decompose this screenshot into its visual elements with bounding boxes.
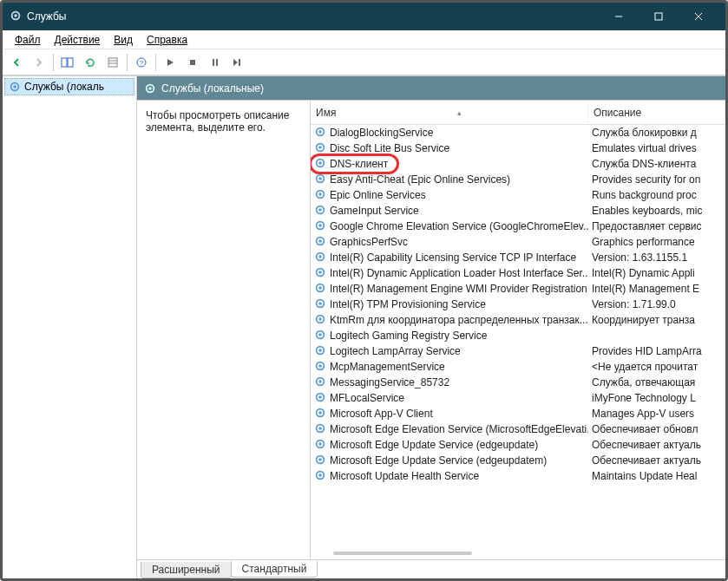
service-name: DNS-клиент [330, 158, 388, 170]
gear-icon [314, 157, 326, 172]
close-button[interactable] [679, 3, 718, 30]
restart-service-button[interactable] [227, 52, 248, 73]
svg-point-34 [318, 224, 322, 227]
service-row[interactable]: Intel(R) Dynamic Application Loader Host… [311, 265, 725, 281]
svg-point-18 [13, 85, 16, 88]
service-name: GameInput Service [330, 205, 419, 217]
column-name[interactable]: Имя ▴ [311, 103, 588, 122]
service-row[interactable]: KtmRm для координатора распределенных тр… [311, 312, 725, 328]
export-list-button[interactable] [102, 52, 123, 73]
service-row[interactable]: DialogBlockingServiceСлужба блокировки д [311, 125, 725, 140]
service-description: Intel(R) Dynamic Appli [588, 267, 725, 279]
svg-point-40 [318, 271, 322, 274]
service-name: Intel(R) TPM Provisioning Service [330, 298, 486, 310]
help-button[interactable]: ? [131, 52, 152, 73]
refresh-button[interactable] [80, 52, 101, 73]
svg-rect-14 [213, 59, 214, 66]
menu-view[interactable]: Вид [107, 32, 140, 48]
svg-rect-15 [216, 59, 218, 66]
horizontal-scrollbar[interactable] [316, 549, 715, 558]
service-description: Предоставляет сервис [588, 220, 725, 232]
service-description: Intel(R) Management E [588, 283, 725, 295]
tab-standard[interactable]: Стандартный [231, 561, 318, 578]
svg-point-50 [318, 349, 322, 352]
service-description: Служба, отвечающая [588, 376, 725, 388]
service-description: Runs background proc [588, 189, 725, 201]
svg-rect-7 [68, 58, 73, 67]
toolbar: ? [3, 49, 725, 75]
service-name: MessagingService_85732 [330, 376, 449, 388]
tabs-bar: Расширенный Стандартный [137, 559, 725, 578]
service-row[interactable]: Microsoft Update Health ServiceMaintains… [311, 468, 725, 484]
service-row[interactable]: Intel(R) TPM Provisioning ServiceVersion… [311, 297, 725, 312]
gear-icon [9, 81, 21, 93]
service-row[interactable]: Easy Anti-Cheat (Epic Online Services)Pr… [311, 172, 725, 187]
menubar: Файл Действие Вид Справка [3, 30, 725, 49]
menu-file[interactable]: Файл [8, 32, 48, 48]
service-name: Microsoft Edge Update Service (edgeupdat… [330, 439, 538, 451]
gear-icon [314, 469, 326, 484]
gear-icon [314, 344, 326, 359]
svg-point-60 [318, 427, 322, 430]
menu-help[interactable]: Справка [140, 32, 194, 48]
gear-icon [314, 235, 326, 250]
service-row[interactable]: Intel(R) Capability Licensing Service TC… [311, 250, 725, 265]
tree-panel: Службы (локаль [3, 76, 137, 578]
service-description: Обеспечивает обновл [588, 423, 725, 435]
service-row[interactable]: GameInput ServiceEnables keyboards, mic [311, 203, 725, 219]
service-name: GraphicsPerfSvc [330, 236, 408, 248]
service-description: Maintains Update Heal [588, 470, 725, 482]
back-button[interactable] [6, 52, 27, 73]
service-row[interactable]: Intel(R) Management Engine WMI Provider … [311, 281, 725, 297]
start-service-button[interactable] [160, 52, 180, 73]
service-row[interactable]: MessagingService_85732Служба, отвечающая [311, 375, 725, 390]
gear-icon [314, 251, 326, 265]
window-title: Службы [27, 10, 599, 23]
service-row[interactable]: DNS-клиентСлужба DNS-клиента [311, 156, 725, 172]
service-description: Manages App-V users [588, 408, 725, 420]
service-row[interactable]: McpManagementService<Не удается прочитат [311, 359, 725, 375]
service-row[interactable]: Logitech Gaming Registry Service [311, 328, 725, 343]
pause-service-button[interactable] [205, 52, 226, 73]
gear-icon [314, 297, 326, 312]
service-description: Provides security for on [588, 173, 725, 186]
list-header: Имя ▴ Описание [311, 101, 725, 125]
svg-point-22 [318, 130, 322, 134]
service-row[interactable]: MFLocalServiceiMyFone Technology L [311, 390, 725, 406]
service-row[interactable]: Disc Soft Lite Bus ServiceEmulates virtu… [311, 140, 725, 156]
svg-rect-8 [108, 58, 117, 67]
service-row[interactable]: Microsoft Edge Update Service (edgeupdat… [311, 437, 725, 453]
service-name: Intel(R) Capability Licensing Service TC… [330, 251, 576, 264]
gear-icon [314, 204, 326, 219]
service-description: Emulates virtual drives [588, 142, 725, 154]
gear-icon [314, 188, 326, 203]
sort-asc-icon: ▴ [336, 108, 582, 117]
service-name: Intel(R) Management Engine WMI Provider … [330, 283, 587, 295]
svg-point-20 [148, 87, 152, 90]
svg-point-1 [14, 14, 17, 17]
maximize-button[interactable] [639, 3, 679, 30]
svg-rect-6 [62, 58, 67, 67]
service-description: Enables keyboards, mic [588, 205, 725, 217]
tab-extended[interactable]: Расширенный [141, 562, 232, 578]
tree-root-services[interactable]: Службы (локаль [4, 78, 134, 95]
service-row[interactable]: Microsoft App-V ClientManages App-V user… [311, 406, 725, 421]
service-name: Google Chrome Elevation Service (GoogleC… [330, 220, 588, 232]
service-row[interactable]: GraphicsPerfSvcGraphics performance [311, 234, 725, 250]
stop-service-button[interactable] [182, 52, 203, 73]
service-row[interactable]: Microsoft Edge Update Service (edgeupdat… [311, 453, 725, 468]
service-row[interactable]: Google Chrome Elevation Service (GoogleC… [311, 219, 725, 234]
column-description[interactable]: Описание [588, 103, 725, 122]
gear-icon [314, 375, 326, 390]
service-row[interactable]: Microsoft Edge Elevation Service (Micros… [311, 421, 725, 437]
service-row[interactable]: Logitech LampArray ServiceProvides HID L… [311, 343, 725, 359]
service-row[interactable]: Epic Online ServicesRuns background proc [311, 187, 725, 203]
service-description: Координирует транза [588, 314, 725, 326]
menu-action[interactable]: Действие [48, 32, 108, 48]
forward-button[interactable] [29, 52, 49, 73]
svg-rect-3 [655, 13, 662, 20]
show-hide-tree-button[interactable] [57, 52, 78, 73]
minimize-button[interactable] [599, 3, 639, 30]
svg-point-66 [318, 473, 322, 477]
gear-icon [314, 329, 326, 343]
